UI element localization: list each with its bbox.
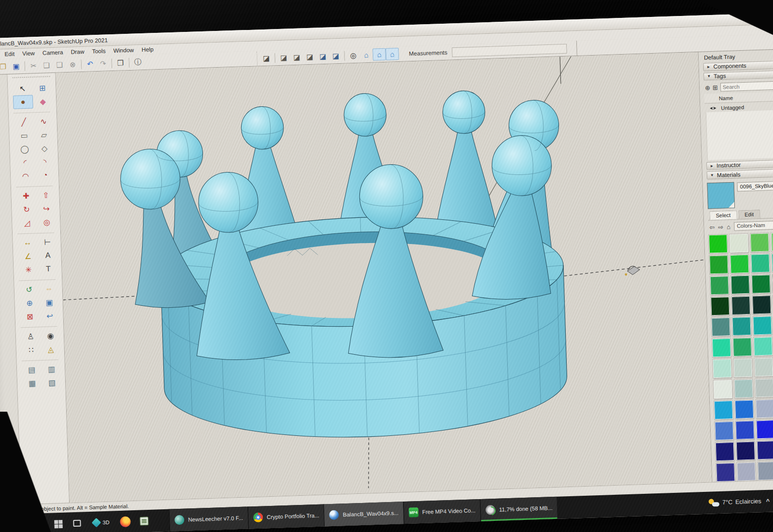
color-swatch[interactable] (735, 421, 754, 440)
three-point-arc-tool[interactable]: ◠ (15, 169, 36, 183)
zoom-window-tool[interactable]: ▣ (39, 295, 59, 309)
materials-section-header[interactable]: ▼ Materials (707, 168, 773, 180)
erase-button[interactable]: ⊗ (66, 58, 79, 71)
color-swatch[interactable] (734, 379, 753, 398)
menu-draw[interactable]: Draw (67, 48, 88, 56)
taskbar-button-mp4[interactable]: MP4Free MP4 Video Co... (403, 499, 481, 524)
walk-tool[interactable]: ∷ (21, 343, 41, 357)
rotated-rectangle-tool[interactable]: ▱ (34, 128, 54, 142)
color-swatch[interactable] (756, 399, 773, 418)
text-tool[interactable]: A (38, 248, 58, 262)
notes-app-button[interactable] (137, 513, 152, 530)
color-swatch[interactable] (757, 441, 773, 460)
taskbar-button-sketchup[interactable]: BalancB_Wav04x9.s... (324, 502, 404, 526)
polygon-tool[interactable]: ◇ (34, 141, 55, 155)
push-pull-tool[interactable]: ⇧ (36, 188, 56, 202)
active-material-swatch[interactable] (707, 182, 735, 209)
follow-me-tool[interactable]: ↪ (36, 201, 57, 216)
undo-button[interactable]: ↶ (83, 58, 97, 70)
color-swatch[interactable] (733, 338, 752, 357)
view-top-button[interactable]: ◪ (277, 51, 290, 64)
position-camera-tool[interactable]: ♙ (20, 329, 41, 343)
cut-button[interactable]: ✂ (27, 59, 40, 72)
color-swatch[interactable] (753, 316, 772, 335)
color-swatch[interactable] (716, 463, 735, 482)
collection-dropdown[interactable]: Colors-Nam ▾ (734, 221, 773, 231)
color-swatch[interactable] (711, 317, 730, 336)
menu-window[interactable]: Window (109, 46, 138, 55)
section-display-toggle-tool[interactable]: ▤ (22, 362, 42, 376)
view-right-button[interactable]: ◪ (303, 50, 316, 63)
tape-measure-tool[interactable]: ↔ (17, 235, 38, 249)
color-swatch[interactable] (709, 255, 728, 274)
protractor-tool[interactable]: ∠ (18, 249, 38, 263)
color-swatch[interactable] (731, 275, 750, 294)
menu-camera[interactable]: Camera (39, 48, 67, 57)
open-button[interactable]: ❐ (0, 60, 10, 73)
view-iso-button[interactable]: ◪ (259, 52, 273, 64)
previous-tool[interactable]: ↩ (40, 309, 60, 323)
print-button[interactable]: ❒ (114, 57, 127, 69)
tab-edit[interactable]: Edit (738, 210, 760, 219)
color-swatch[interactable] (716, 442, 734, 461)
axes-tool[interactable]: ✳ (18, 262, 39, 276)
color-swatch[interactable] (771, 232, 773, 251)
color-swatch[interactable] (756, 420, 773, 439)
pie-tool[interactable]: ◔ (35, 168, 56, 182)
menu-tools[interactable]: Tools (88, 47, 110, 55)
active-material-name[interactable]: 0096_SkyBlue (737, 180, 773, 191)
color-swatch[interactable] (754, 358, 773, 376)
menu-edit[interactable]: Edit (0, 50, 18, 58)
look-around-tool[interactable]: ◉ (40, 329, 60, 343)
section-fill-toggle-tool[interactable]: ▦ (22, 376, 43, 390)
arc-tool[interactable]: ◜ (15, 155, 35, 169)
measurements-input[interactable] (452, 43, 567, 57)
tags-search-input[interactable] (720, 81, 773, 92)
color-swatch[interactable] (755, 378, 773, 397)
section-plane-tool[interactable]: ◬ (41, 342, 61, 356)
color-swatch[interactable] (737, 462, 756, 481)
weather-widget[interactable]: 7°C Eclaircies (709, 497, 761, 506)
3d-text-tool[interactable]: T (38, 262, 58, 276)
color-swatch[interactable] (733, 359, 752, 377)
instructor-section-header[interactable]: ► Instructor (706, 158, 773, 170)
model-viewport[interactable] (56, 52, 712, 503)
3d-app-button[interactable]: 3D (88, 514, 114, 531)
color-swatch[interactable] (736, 442, 755, 460)
add-tag-icon[interactable]: ⊕ (705, 84, 710, 91)
taskbar-button-chrome[interactable]: Crypto Portfolio Tra... (247, 504, 324, 529)
tray-overflow-chevron[interactable]: ^ (766, 497, 770, 504)
orbit-tool[interactable]: ↺ (19, 282, 39, 296)
scale-tool[interactable]: ◿ (17, 216, 37, 230)
color-swatch[interactable] (711, 297, 730, 316)
color-swatch[interactable] (715, 421, 733, 440)
color-swatch[interactable] (714, 380, 732, 399)
style-shaded-button[interactable]: ⌂ (372, 48, 386, 61)
back-arrow-icon[interactable]: ⇦ (709, 224, 715, 231)
view-front-button[interactable]: ◪ (290, 51, 303, 63)
tags-section-header[interactable]: ▼ Tags (703, 69, 773, 81)
move-tool[interactable]: ✚ (16, 188, 36, 202)
redo-button[interactable]: ↷ (96, 57, 110, 70)
pan-tool[interactable]: ⇔ (39, 282, 59, 296)
make-component-tool[interactable]: ⊞ (32, 81, 53, 95)
color-swatch[interactable] (758, 461, 773, 480)
task-view-button[interactable] (70, 515, 85, 532)
copy-button[interactable]: ❏ (40, 59, 53, 72)
rotate-tool[interactable]: ↻ (16, 202, 37, 216)
circle-tool[interactable]: ◯ (14, 142, 35, 156)
color-swatch[interactable] (735, 400, 754, 419)
zoom-extents-tool[interactable]: ⊠ (20, 309, 40, 323)
color-swatch[interactable] (709, 234, 728, 253)
paint-bucket-tool[interactable]: ● (13, 95, 33, 109)
tab-select[interactable]: Select (709, 211, 737, 220)
taskbar-button-download[interactable]: 11,7% done (58 MB... (480, 497, 558, 521)
style-textured-button[interactable]: ⌂ (386, 48, 399, 60)
home-icon[interactable]: ⌂ (727, 223, 730, 230)
view-back-button[interactable]: ◪ (316, 50, 329, 63)
color-swatch[interactable] (751, 254, 770, 273)
offset-tool[interactable]: ◎ (37, 215, 57, 229)
menu-help[interactable]: Help (138, 45, 157, 54)
navigation-compass-button[interactable]: ◎ (346, 49, 360, 62)
add-tag-folder-icon[interactable]: ⊞ (713, 84, 718, 91)
